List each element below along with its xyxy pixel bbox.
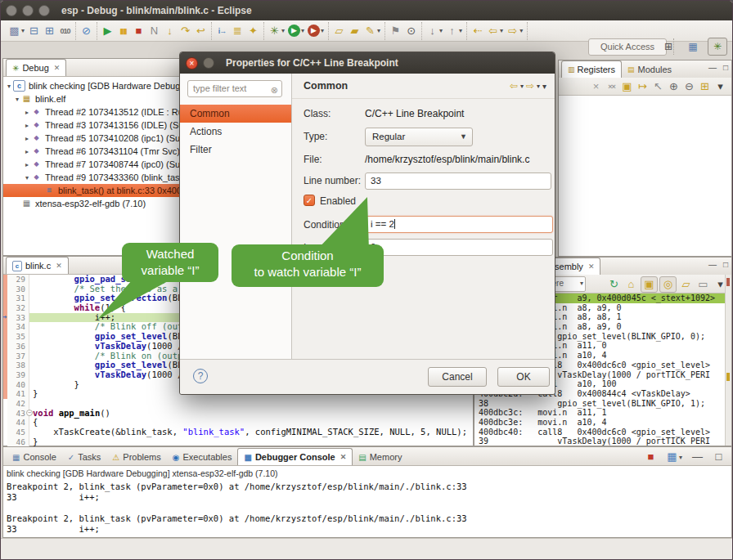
new-class-wizard-dropdown-icon[interactable]: ▾ [377,27,380,34]
cancel-button[interactable]: Cancel [428,367,487,387]
debug-tree-item[interactable]: ▾◆Thread #9 1073433360 (blink_task : Run… [3,171,188,184]
view-menu-icon[interactable]: ▾ [542,82,546,91]
expand-all-icon[interactable]: ⊕ [666,79,681,94]
instruction-stepping-icon[interactable]: i→ [214,24,230,38]
tab-tasks[interactable]: ✓Tasks [62,449,107,465]
combo-arrow-icon[interactable]: ▾ [580,277,583,290]
maximize-view-icon[interactable]: □ [711,450,726,464]
expand-arrow-icon[interactable]: ▸ [23,122,31,129]
debug-tree-item[interactable]: ≡blink_task() at blink.c:33 0x400dbc1a [3,184,188,197]
search-icon[interactable]: ⊙ [403,24,419,38]
tab-debug[interactable]: ✳ Debug ✕ [6,59,66,76]
disconnect-icon[interactable]: N [146,24,162,38]
select-pointer-icon[interactable]: ↖ [650,79,666,94]
restore-default-register-groups-icon[interactable]: ↦ [635,79,650,94]
close-tab-icon[interactable]: ✕ [54,64,61,72]
filter-input[interactable]: type filter text ⊗ [187,80,282,97]
tab-console[interactable]: ▦Console [7,449,62,465]
save-all-icon[interactable]: ⊞ [42,24,57,38]
last-edit-location-icon[interactable]: ⇠ [470,24,485,38]
debug-tree-item[interactable]: ▸◆Thread #6 1073431104 (Tmr Svc) (Suspen… [3,145,188,158]
run-dropdown-icon[interactable]: ▾ [301,27,304,34]
breakpoint-pc-icon[interactable]: ➜ [2,313,7,323]
minimize-view-icon[interactable]: — [690,450,705,464]
sync-with-active-context-icon[interactable]: ◎ [659,276,677,293]
line-number[interactable]: 32 [7,303,29,313]
layout-icon[interactable]: ⊞ [697,79,713,94]
line-number[interactable]: 33 [7,313,29,323]
line-number[interactable]: 46 [7,437,29,447]
back-icon[interactable]: ⇦▾ [485,24,505,38]
line-number[interactable]: 39 [7,370,29,380]
go-to-pc-icon[interactable]: ⌂ [623,277,639,292]
close-tab-icon[interactable]: ✕ [340,453,347,461]
window-titlebar[interactable]: esp - Debug - blink/main/blink.c - Eclip… [1,1,732,20]
debug-tree-item[interactable]: ▸◆Thread #7 1073408744 (ipc0) (Suspended… [3,158,188,171]
disassembly-line[interactable]: 400dbc3e: movi.n a10, 4 [474,418,725,428]
tab-debugger-console[interactable]: ▦Debugger Console✕ [237,448,353,465]
resource-perspective-icon[interactable]: ▦ [683,38,703,56]
import-folder-icon[interactable]: ▰ [347,24,362,38]
forward-dropdown-icon[interactable]: ▾ [519,27,523,34]
show-source-icon[interactable]: ▣ [641,276,658,293]
registers-content[interactable] [559,96,731,256]
view-menu-icon[interactable]: ▾ [713,79,728,94]
expand-arrow-icon[interactable]: ▾ [23,174,31,181]
back-menu-icon[interactable]: ▾ [520,83,524,90]
previous-annotation-icon[interactable]: ↑▾ [444,24,464,38]
line-number[interactable]: 30 [7,284,29,294]
line-number[interactable]: 41 [7,389,29,399]
skip-all-breakpoints-icon[interactable]: ⊘ [79,24,94,38]
back-dropdown-icon[interactable]: ▾ [500,27,503,34]
resume-icon[interactable]: ▶ [100,24,115,38]
debug-tree-item[interactable]: ▸◆Thread #5 1073410208 (ipc1) (Suspended… [3,132,188,145]
disassembly-line[interactable]: 38 gpio_set_level(BLINK_GPIO, 1); [474,399,725,409]
condition-input[interactable]: i == 2 [365,216,553,233]
type-dropdown[interactable]: Regular ▼ [365,128,473,146]
ok-button[interactable]: OK [497,367,550,387]
next-annotation-icon[interactable]: ↓▾ [425,24,444,38]
remove-register-group-icon[interactable]: × [588,79,604,94]
new-class-wizard-icon[interactable]: ✎▾ [362,24,382,38]
fold-marker-icon[interactable]: − [26,410,33,416]
new-wizard-icon[interactable]: ▩▾ [7,24,26,38]
code-line[interactable]: 45 xTaskCreate(&blink_task, "blink_task"… [3,428,473,437]
maximize-view-icon[interactable]: □ [723,260,728,269]
forward-menu-icon[interactable]: ▾ [537,83,540,90]
ignore-count-input[interactable]: 0 [365,239,553,256]
add-register-group-icon[interactable]: ▣ [619,79,635,94]
line-number[interactable]: 45 [7,428,29,437]
use-step-filters-icon[interactable]: ✦ [245,24,261,38]
console-output[interactable]: Breakpoint 2, blink_task (pvParameter=0x… [7,482,731,535]
disassembly-line[interactable]: 400dbc40: call8 0x400dc6c0 <gpio_set_lev… [474,428,725,437]
forward-icon[interactable]: ⇨▾ [505,24,524,38]
step-over-icon[interactable]: ↷ [178,24,193,38]
tab-registers[interactable]: ▥ Registers [561,60,622,78]
line-number[interactable]: 38 [7,361,29,370]
dialog-section-actions[interactable]: Actions [180,123,291,141]
window-close-icon[interactable] [6,5,17,16]
step-return-icon[interactable]: ↩ [193,24,209,38]
save-icon[interactable]: ⊟ [26,24,42,38]
next-annotation-dropdown-icon[interactable]: ▾ [439,27,443,34]
minimize-view-icon[interactable]: — [708,63,717,72]
tab-executables[interactable]: ◉Executables [167,449,238,465]
debug-perspective-icon[interactable]: ✳ [708,38,727,56]
line-number[interactable]: 37 [7,352,29,361]
line-number[interactable]: 42 [7,399,29,409]
line-number[interactable]: 34 [7,322,29,332]
line-number[interactable]: 35 [7,332,29,342]
pin-view-icon[interactable]: ▭ [695,277,711,292]
forward-icon[interactable]: ⇨ [526,80,534,92]
tab-blink-c[interactable]: c blink.c ✕ [6,257,69,274]
dialog-section-common[interactable]: Common [180,105,291,123]
expand-arrow-icon[interactable]: ▾ [5,83,13,90]
external-tools-icon[interactable]: ▶▾ [306,24,326,38]
back-icon[interactable]: ⇦ [510,80,518,92]
disassembly-line[interactable]: 400dbc3c: movi.n a11, 1 [474,408,725,418]
code-line[interactable]: 46} [3,437,473,447]
toggle-mark-occurrences-icon[interactable]: ⚑ [388,24,403,38]
dialog-section-filter[interactable]: Filter [180,141,291,159]
binary-file-icon[interactable]: 010 [57,24,73,38]
suspend-icon[interactable]: ▮▮ [115,24,131,38]
